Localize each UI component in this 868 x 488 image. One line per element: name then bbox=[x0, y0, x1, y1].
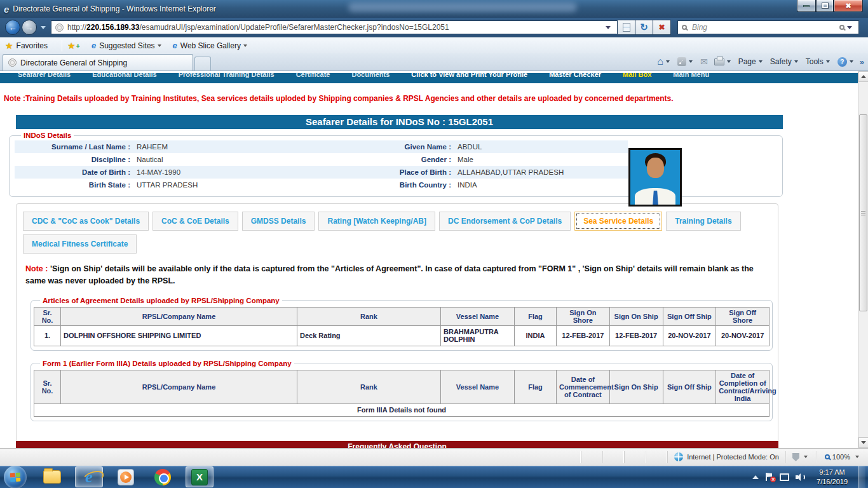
column-header: Sign Off Ship bbox=[663, 370, 716, 403]
home-icon: ⌂ bbox=[657, 56, 663, 67]
suggested-sites-button[interactable]: e Suggested Sites bbox=[92, 41, 164, 50]
search-dropdown-icon[interactable] bbox=[847, 26, 852, 29]
column-header: Flag bbox=[515, 307, 557, 325]
zoom-control[interactable]: 100% bbox=[817, 451, 868, 463]
forward-button[interactable]: → bbox=[22, 20, 37, 35]
field-value: Male bbox=[455, 153, 628, 166]
taskbar-item-internet-explorer[interactable]: e bbox=[75, 466, 103, 487]
tab-medical-fitness[interactable]: Medical Fitness Certificate bbox=[23, 234, 137, 254]
compatibility-view-button[interactable] bbox=[618, 20, 635, 35]
tab-sea-service[interactable]: Sea Service Details bbox=[574, 212, 662, 231]
network-icon[interactable] bbox=[780, 473, 789, 481]
taskbar-item-media-player[interactable] bbox=[112, 466, 140, 487]
inprivate-filter-button[interactable] bbox=[785, 451, 817, 463]
nav-item-documents[interactable]: Documents bbox=[351, 73, 390, 81]
articles-legend: Articles of Agreement Details uploaded b… bbox=[40, 297, 282, 304]
back-button[interactable]: ← bbox=[5, 20, 20, 35]
nav-item-seafarer-details[interactable]: Seafarer Details bbox=[18, 73, 71, 81]
nav-item-mail-box[interactable]: Mail Box bbox=[623, 73, 651, 81]
column-header: Vessel Name bbox=[441, 307, 515, 325]
chevron-down-icon bbox=[666, 60, 670, 63]
cell-company: DOLPHIN OFFSHORE SHIPPING LIMITED bbox=[61, 325, 297, 346]
safety-menu-button[interactable]: Safety bbox=[770, 57, 799, 66]
divider bbox=[62, 40, 62, 51]
refresh-button[interactable]: ↻ bbox=[635, 20, 653, 35]
chevron-down-icon bbox=[826, 60, 830, 63]
read-mail-button[interactable]: ✉ bbox=[700, 57, 708, 67]
faq-bar[interactable]: Frequently Asked Question bbox=[16, 441, 778, 448]
scroll-down-button[interactable] bbox=[858, 437, 868, 448]
taskbar-clock[interactable]: 9:17 AM 7/16/2019 bbox=[813, 468, 851, 486]
table-header-row: Sr. No. RPSL/Company Name Rank Vessel Na… bbox=[34, 307, 770, 325]
maximize-button[interactable] bbox=[816, 0, 834, 12]
overflow-chevron-icon[interactable]: » bbox=[860, 57, 864, 67]
web-slice-gallery-button[interactable]: e Web Slice Gallery bbox=[173, 41, 250, 50]
scroll-up-button[interactable] bbox=[858, 71, 868, 82]
scrollbar-thumb[interactable] bbox=[859, 114, 867, 311]
nav-item-master-checker[interactable]: Master Checker bbox=[549, 73, 601, 81]
field-label: Birth Country : bbox=[325, 179, 455, 191]
command-bar: ⌂ ✉ Page Safety Tools ? » bbox=[651, 53, 868, 71]
search-box[interactable]: Bing bbox=[677, 20, 859, 34]
close-icon: ✖ bbox=[845, 2, 851, 10]
favorites-button[interactable]: ★ Favorites bbox=[5, 41, 48, 51]
close-button[interactable]: ✖ bbox=[834, 0, 863, 12]
upload-note: Note :Training Details uploaded by Train… bbox=[4, 94, 858, 103]
empty-message: Form IIIA Details not found bbox=[34, 403, 770, 416]
taskbar-item-chrome[interactable] bbox=[149, 466, 177, 487]
taskbar-item-explorer[interactable] bbox=[38, 466, 66, 487]
feeds-button[interactable] bbox=[677, 57, 694, 66]
column-header: RPSL/Company Name bbox=[61, 307, 297, 325]
help-button[interactable]: ? bbox=[837, 57, 855, 67]
favorites-bar: ★ Favorites ★ + e Suggested Sites e Web … bbox=[0, 37, 868, 53]
filter-shield-icon bbox=[792, 453, 799, 461]
show-desktop-button[interactable] bbox=[858, 466, 865, 488]
stop-button[interactable]: ✖ bbox=[653, 20, 671, 35]
vertical-scrollbar[interactable] bbox=[858, 71, 868, 448]
nav-item-main-menu[interactable]: Main Menu bbox=[673, 73, 709, 81]
search-go-icon[interactable] bbox=[839, 25, 844, 30]
action-center-icon[interactable]: ✕ bbox=[765, 473, 773, 481]
cell-flag: INDIA bbox=[515, 325, 557, 346]
indos-details-section: INDoS Details Surname / Last Name : RAHE… bbox=[9, 132, 783, 197]
address-field[interactable]: http://220.156.189.33/esamudraUI/jsp/exa… bbox=[51, 20, 618, 34]
window-title: Directorate General of Shipping - Window… bbox=[13, 4, 215, 13]
add-favorite-button[interactable]: ★ + bbox=[67, 41, 83, 51]
ie-small-icon: e bbox=[92, 41, 96, 50]
print-button[interactable] bbox=[714, 58, 732, 65]
tray-expand-icon[interactable] bbox=[752, 475, 759, 479]
tab-coc-coe[interactable]: CoC & CoE Details bbox=[153, 212, 238, 231]
restore-icon bbox=[822, 3, 828, 8]
nav-item-view-print-profile[interactable]: Click to View and Print Your Profile bbox=[411, 73, 527, 81]
tab-rating-watchkeeping[interactable]: Rating [Watch Keeping/AB] bbox=[318, 212, 435, 231]
nav-item-professional-training[interactable]: Professional Training Details bbox=[179, 73, 275, 81]
internet-zone-icon bbox=[674, 452, 683, 461]
column-header: Rank bbox=[297, 370, 441, 403]
tab-gmdss[interactable]: GMDSS Details bbox=[242, 212, 315, 231]
address-dropdown-icon[interactable] bbox=[606, 26, 611, 29]
ie-logo-icon: e bbox=[4, 4, 9, 15]
tab-training-details[interactable]: Training Details bbox=[666, 212, 740, 231]
security-zone[interactable]: Internet | Protected Mode: On bbox=[667, 451, 785, 463]
browser-tab[interactable]: Directorate General of Shipping bbox=[3, 54, 193, 71]
new-tab-button[interactable] bbox=[194, 57, 211, 71]
chevron-down-icon bbox=[158, 44, 161, 47]
volume-icon[interactable] bbox=[796, 473, 806, 482]
page-menu-button[interactable]: Page bbox=[738, 57, 764, 66]
nav-item-educational-details[interactable]: Educational Details bbox=[92, 73, 156, 81]
search-placeholder: Bing bbox=[692, 23, 839, 32]
articles-table: Sr. No. RPSL/Company Name Rank Vessel Na… bbox=[34, 307, 770, 346]
tab-cdc-coc-cook[interactable]: CDC & "CoC as Cook" Details bbox=[23, 212, 149, 231]
home-button[interactable]: ⌂ bbox=[657, 56, 671, 67]
column-header: Date of Completion of Contract/Arriving … bbox=[716, 370, 770, 403]
tab-dc-endorsement[interactable]: DC Endorsement & CoP Details bbox=[439, 212, 571, 231]
field-label: Surname / Last Name : bbox=[15, 140, 134, 153]
start-button[interactable] bbox=[4, 466, 27, 488]
nav-item-certificate[interactable]: Certificate bbox=[296, 73, 330, 81]
minimize-button[interactable] bbox=[797, 0, 816, 12]
taskbar-item-excel[interactable]: X bbox=[186, 466, 214, 487]
cell-vessel: BRAHMAPUTRA DOLPHIN bbox=[441, 325, 515, 346]
url-text[interactable]: http://220.156.189.33/esamudraUI/jsp/exa… bbox=[67, 23, 606, 32]
tools-menu-button[interactable]: Tools bbox=[806, 57, 831, 66]
history-dropdown-icon[interactable] bbox=[41, 26, 46, 29]
